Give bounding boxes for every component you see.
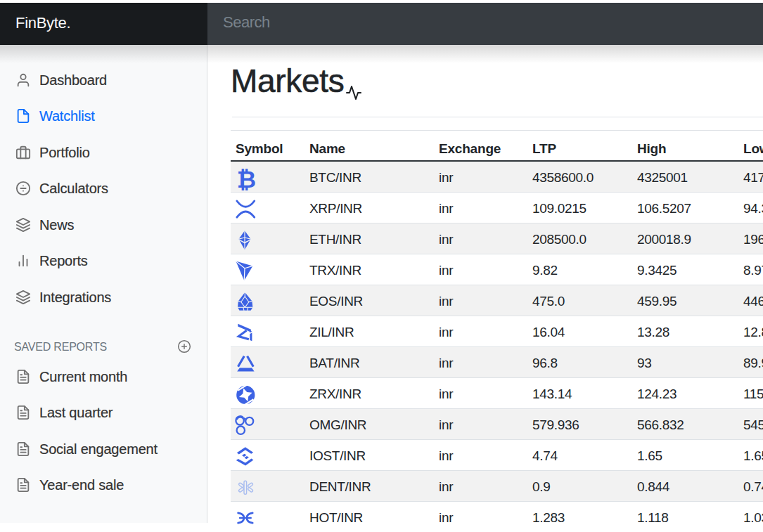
svg-text:₿: ₿ <box>236 167 255 193</box>
